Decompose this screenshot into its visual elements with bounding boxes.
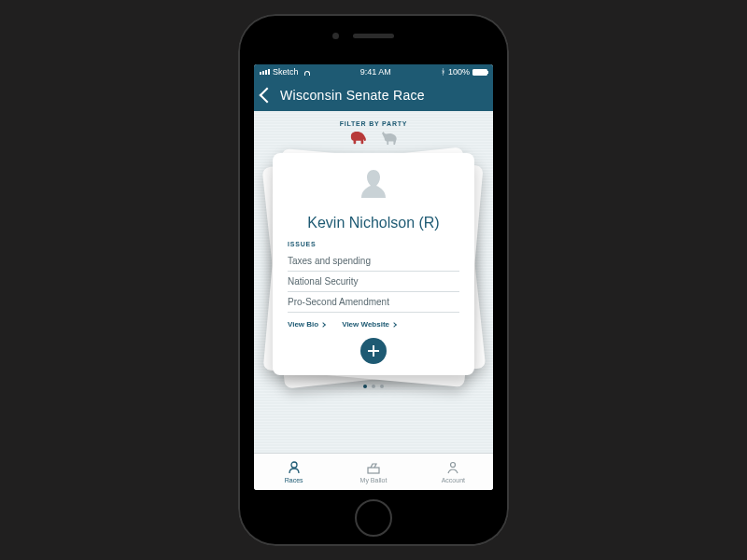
view-website-label: View Website [342,320,389,329]
phone-frame: Sketch 9:41 AM ᚼ 100% Wisconsin Senate R… [238,14,509,546]
avatar-placeholder-icon [353,166,394,207]
battery-icon [472,69,487,76]
candidate-card-stack: Kevin Nicholson (R) ISSUES Taxes and spe… [273,153,474,375]
phone-speaker [353,34,394,38]
page-dot[interactable] [363,385,367,388]
carrier-label: Sketch [273,67,299,77]
svg-point-0 [291,462,297,468]
svg-point-2 [451,463,456,468]
page-dot[interactable] [380,385,384,388]
account-icon [445,460,460,475]
content-area: FILTER BY PARTY Kevin Nic [254,111,493,453]
tab-my-ballot[interactable]: My Ballot [333,454,413,490]
filter-label: FILTER BY PARTY [254,120,493,127]
republican-elephant-icon[interactable] [347,131,368,146]
issues-label: ISSUES [288,241,459,247]
view-bio-link[interactable]: View Bio [288,320,325,329]
chevron-right-icon [320,322,326,328]
status-bar: Sketch 9:41 AM ᚼ 100% [254,64,493,79]
issue-item: Taxes and spending [288,251,459,272]
tab-account[interactable]: Account [414,454,493,490]
tab-bar: Races My Ballot Account [254,453,493,490]
candidate-card[interactable]: Kevin Nicholson (R) ISSUES Taxes and spe… [273,153,474,375]
page-title: Wisconsin Senate Race [280,88,425,103]
back-icon[interactable] [260,88,275,104]
add-button[interactable] [360,338,387,364]
screen: Sketch 9:41 AM ᚼ 100% Wisconsin Senate R… [254,64,493,490]
races-icon [287,460,302,475]
tab-label: Account [442,477,465,483]
wifi-icon [302,68,311,76]
candidate-name: Kevin Nicholson (R) [288,215,459,231]
bluetooth-icon: ᚼ [441,67,445,77]
issue-item: National Security [288,272,459,292]
chevron-right-icon [391,322,397,328]
tab-label: Races [285,477,303,483]
issue-item: Pro-Second Amendment [288,292,459,313]
navbar: Wisconsin Senate Race [254,79,493,111]
clock: 9:41 AM [360,67,391,77]
signal-icon [260,69,270,75]
svg-rect-1 [368,468,379,473]
ballot-icon [366,460,381,475]
democrat-donkey-icon[interactable] [379,131,400,146]
home-button[interactable] [355,499,392,537]
view-website-link[interactable]: View Website [342,320,396,329]
view-bio-label: View Bio [288,320,318,329]
battery-percent: 100% [448,67,470,77]
party-filter: FILTER BY PARTY [254,111,493,151]
tab-label: My Ballot [360,477,388,483]
phone-camera [332,33,339,39]
tab-races[interactable]: Races [254,454,333,490]
page-dot[interactable] [372,385,375,388]
